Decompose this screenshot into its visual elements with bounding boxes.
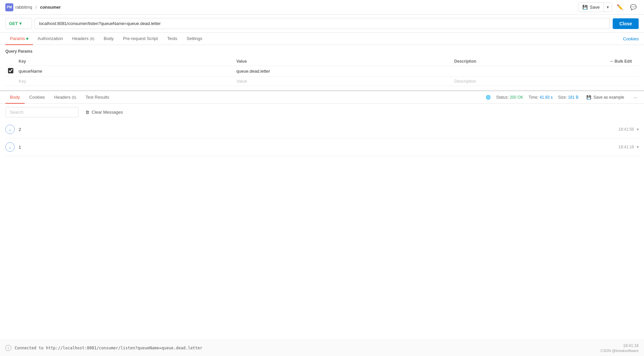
tests-tab-label: Tests bbox=[167, 36, 177, 41]
param-checkbox-1[interactable] bbox=[8, 68, 13, 73]
save-label: Save bbox=[590, 5, 600, 10]
tab-body[interactable]: Body bbox=[99, 33, 118, 45]
tab-headers[interactable]: Headers (6) bbox=[68, 33, 99, 45]
edit-button[interactable]: ✏️ bbox=[615, 2, 625, 13]
params-dot-indicator bbox=[26, 38, 28, 40]
headers-tab-label: Headers bbox=[72, 36, 89, 41]
tab-authorization[interactable]: Authorization bbox=[33, 33, 68, 45]
tab-settings[interactable]: Settings bbox=[182, 33, 207, 45]
method-select[interactable]: GET ▾ bbox=[5, 18, 32, 29]
param-row-new: Key Value Description bbox=[5, 77, 639, 86]
response-test-results-tab-label: Test Results bbox=[86, 95, 109, 100]
more-icon: ··· bbox=[610, 59, 613, 64]
pre-request-tab-label: Pre-request Script bbox=[123, 36, 158, 41]
message-number-1: 1 bbox=[19, 145, 618, 150]
message-timestamp-2: 18:41:56 bbox=[618, 127, 634, 132]
col-header-description: Description bbox=[452, 57, 607, 66]
close-button[interactable]: Close bbox=[613, 18, 639, 29]
info-bar: i Connected to http://localhost:8081/con… bbox=[0, 340, 644, 356]
response-headers-tab-label: Headers bbox=[54, 95, 71, 100]
message-arrow-icon-2: ↓ bbox=[5, 125, 15, 134]
tab-params[interactable]: Params bbox=[5, 33, 33, 45]
params-table: Key Value Description ··· Bulk Edit bbox=[5, 57, 639, 86]
time-value: 41.93 s bbox=[540, 95, 553, 100]
settings-tab-label: Settings bbox=[187, 36, 202, 41]
param-description-1 bbox=[452, 66, 607, 77]
message-expand-icon-1: ▾ bbox=[637, 145, 639, 149]
main-container: GET ▾ Close Params Authorization Headers… bbox=[0, 15, 644, 356]
info-icon: i bbox=[5, 345, 11, 351]
body-tab-label: Body bbox=[104, 36, 114, 41]
size-label-text: Size: bbox=[558, 95, 567, 100]
response-area: Body Cookies Headers (5) Test Results 🌐 … bbox=[0, 90, 644, 356]
save-button[interactable]: 💾 Save bbox=[578, 3, 604, 12]
size-value: 181 B bbox=[568, 95, 578, 100]
message-arrow-icon-1: ↓ bbox=[5, 142, 15, 152]
status-label-text: Status: bbox=[496, 95, 508, 100]
message-timestamp-1: 18:41:18 bbox=[618, 145, 634, 149]
response-tab-headers[interactable]: Headers (5) bbox=[50, 91, 81, 104]
clear-messages-label: Clear Messages bbox=[92, 110, 123, 115]
time-label: Time: 41.93 s bbox=[529, 95, 553, 100]
method-label: GET bbox=[9, 21, 18, 26]
search-input[interactable] bbox=[5, 107, 79, 117]
url-bar: GET ▾ Close bbox=[0, 15, 644, 33]
col-header-key: Key bbox=[16, 57, 234, 66]
tab-tests[interactable]: Tests bbox=[163, 33, 182, 45]
response-cookies-tab-label: Cookies bbox=[29, 95, 45, 100]
response-meta: 🌐 Status: 200 OK Time: 41.93 s Size: 181… bbox=[486, 93, 639, 101]
bulk-edit-label: Bulk Edit bbox=[615, 59, 632, 64]
info-brand: CSDN @breaksoftware bbox=[601, 349, 639, 353]
url-input[interactable] bbox=[35, 18, 610, 29]
clear-messages-button[interactable]: 🗑 Clear Messages bbox=[81, 107, 127, 117]
save-btn-group: 💾 Save ▾ bbox=[578, 2, 612, 12]
info-timestamp: 18:41:18 bbox=[623, 343, 639, 348]
param-description-placeholder[interactable]: Description bbox=[452, 77, 607, 86]
response-tab-test-results[interactable]: Test Results bbox=[81, 91, 114, 104]
save-dropdown-button[interactable]: ▾ bbox=[604, 3, 612, 12]
tab-pre-request[interactable]: Pre-request Script bbox=[118, 33, 163, 45]
param-value-placeholder[interactable]: Value bbox=[234, 77, 451, 86]
response-tabs-bar: Body Cookies Headers (5) Test Results 🌐 … bbox=[0, 91, 644, 104]
chevron-down-icon: ▾ bbox=[607, 5, 609, 10]
headers-count-badge: (6) bbox=[90, 37, 94, 41]
params-section: Query Params Key Value Description ··· B… bbox=[0, 45, 644, 90]
response-toolbar: 🗑 Clear Messages bbox=[0, 104, 644, 121]
globe-icon: 🌐 bbox=[486, 95, 491, 100]
floppy-icon: 💾 bbox=[586, 95, 591, 100]
bulk-edit-button[interactable]: ··· Bulk Edit bbox=[610, 59, 636, 64]
top-bar: PM rabbitmq / consumer 💾 Save ▾ ✏️ 💬 bbox=[0, 0, 644, 15]
save-example-button[interactable]: 💾 Save as example bbox=[584, 94, 627, 101]
authorization-tab-label: Authorization bbox=[38, 36, 63, 41]
trash-icon: 🗑 bbox=[85, 110, 90, 115]
message-number-2: 2 bbox=[19, 127, 618, 132]
size-label: Size: 181 B bbox=[558, 95, 578, 100]
cookies-link[interactable]: Cookies bbox=[623, 36, 639, 41]
search-wrapper bbox=[5, 107, 79, 117]
time-label-text: Time: bbox=[529, 95, 539, 100]
messages-list: ↓ 2 18:41:56 ▾ ↓ 1 18:41:18 ▾ bbox=[0, 121, 644, 340]
response-tab-body[interactable]: Body bbox=[5, 91, 25, 104]
chat-button[interactable]: 💬 bbox=[628, 2, 639, 13]
response-headers-count: (5) bbox=[72, 95, 76, 99]
breadcrumb-sep: / bbox=[36, 5, 37, 10]
params-tab-label: Params bbox=[10, 36, 25, 41]
query-params-title: Query Params bbox=[5, 49, 639, 54]
more-options-button[interactable]: ··· bbox=[632, 93, 639, 101]
save-example-label: Save as example bbox=[593, 95, 624, 100]
app-name: rabbitmq bbox=[15, 5, 32, 10]
top-bar-actions: 💾 Save ▾ ✏️ 💬 bbox=[578, 2, 639, 13]
response-body-tab-label: Body bbox=[10, 95, 20, 100]
method-chevron-icon: ▾ bbox=[19, 21, 22, 26]
breadcrumb-current: consumer bbox=[40, 5, 61, 10]
chat-icon: 💬 bbox=[630, 4, 637, 10]
message-item-1[interactable]: ↓ 1 18:41:18 ▾ bbox=[5, 138, 639, 156]
param-value-1: queue.dead.letter bbox=[234, 66, 451, 77]
message-expand-icon-2: ▾ bbox=[637, 127, 639, 132]
status-value: 200 OK bbox=[510, 95, 523, 100]
message-item-2[interactable]: ↓ 2 18:41:56 ▾ bbox=[5, 121, 639, 138]
logo-icon: PM bbox=[5, 3, 13, 11]
param-key-placeholder[interactable]: Key bbox=[16, 77, 234, 86]
response-tab-cookies[interactable]: Cookies bbox=[25, 91, 50, 104]
edit-icon: ✏️ bbox=[617, 4, 623, 10]
